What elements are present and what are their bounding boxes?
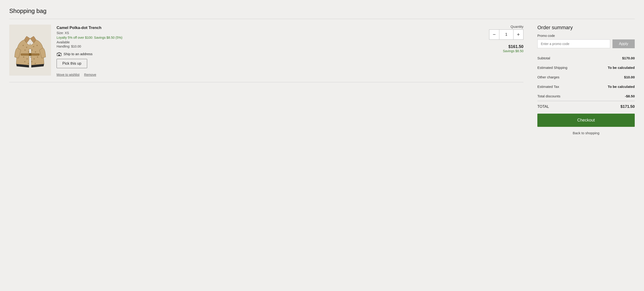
total-row: TOTAL $171.50 [537,101,635,114]
order-summary-title: Order summary [537,24,635,30]
discounts-row: Total discounts -$8.50 [537,91,635,101]
ship-icon [56,52,62,56]
shipping-label: Estimated Shipping [537,66,567,70]
subtotal-value: $170.00 [622,56,635,60]
other-charges-row: Other charges $10.00 [537,72,635,82]
header-divider [9,19,635,19]
price-block: $161.50 Savings $8.50 [503,42,524,53]
svg-point-11 [23,56,24,58]
subtotal-label: Subtotal [537,56,550,60]
tax-label: Estimated Tax [537,85,559,88]
discounts-value: -$8.50 [625,94,635,98]
shipping-value: To be calculated [608,66,635,70]
shipping-row: Estimated Shipping To be calculated [537,63,635,72]
cart-item-inner: Camel Polka-dot Trench Size: XS Loyalty … [9,24,524,76]
tax-value: To be calculated [608,85,635,88]
discounts-label: Total discounts [537,94,560,98]
svg-point-9 [32,50,33,51]
availability-text: Available [56,40,476,44]
quantity-controls: − 1 + [489,30,524,40]
item-price: $161.50 [503,44,524,49]
svg-point-17 [28,63,29,64]
quantity-price-section: Quantity − 1 + $161.50 Savings $8.50 [482,24,524,76]
svg-point-2 [23,45,24,46]
product-image [9,24,51,76]
svg-point-5 [33,46,34,47]
svg-rect-21 [58,54,60,56]
loyalty-text: Loyalty 5% off over $100: Savings $8.50 … [56,36,476,40]
product-details: Camel Polka-dot Trench Size: XS Loyalty … [56,24,476,76]
cart-section: Camel Polka-dot Trench Size: XS Loyalty … [9,24,524,88]
svg-point-12 [27,58,28,60]
quantity-decrease-button[interactable]: − [489,30,499,40]
svg-point-4 [30,44,31,45]
checkout-button[interactable]: Checkout [537,114,635,127]
promo-row: Apply [537,40,635,48]
svg-point-16 [24,61,26,62]
promo-code-input[interactable] [537,40,610,48]
product-size: Size: XS [56,31,476,35]
item-savings: Savings $8.50 [503,49,524,53]
other-charges-label: Other charges [537,75,560,79]
svg-point-15 [37,56,38,58]
pick-up-button[interactable]: Pick this up [56,59,87,68]
svg-point-13 [30,56,31,58]
back-to-shopping-link[interactable]: Back to shopping [537,131,635,135]
other-charges-value: $10.00 [624,75,635,79]
svg-point-7 [24,50,26,51]
handling-text: Handling: $10.00 [56,44,476,48]
promo-label: Promo code [537,34,635,38]
svg-point-10 [35,52,36,53]
total-label: TOTAL [537,104,549,109]
remove-link[interactable]: Remove [84,73,96,76]
product-name: Camel Polka-dot Trench [56,26,476,30]
svg-point-8 [28,52,29,53]
apply-promo-button[interactable]: Apply [612,40,635,48]
ship-to-address: Ship to an address [56,52,476,56]
svg-point-18 [31,61,32,62]
cart-item: Camel Polka-dot Trench Size: XS Loyalty … [9,24,524,82]
svg-point-14 [34,58,35,60]
svg-point-19 [35,63,36,64]
quantity-increase-button[interactable]: + [513,30,524,40]
svg-point-6 [37,45,38,46]
cart-bottom-divider [9,82,524,82]
ship-label: Ship to an address [64,52,92,56]
coat-svg [14,27,46,73]
tax-row: Estimated Tax To be calculated [537,82,635,91]
main-layout: Camel Polka-dot Trench Size: XS Loyalty … [9,24,635,135]
svg-point-3 [26,47,27,48]
page-title: Shopping bag [9,8,635,14]
subtotal-row: Subtotal $170.00 [537,53,635,63]
quantity-value: 1 [499,30,513,40]
quantity-label: Quantity [510,24,524,28]
svg-rect-1 [29,53,31,56]
wishlist-remove-row: Move to wishlist Remove [56,73,476,76]
total-value: $171.50 [620,104,635,109]
move-to-wishlist-link[interactable]: Move to wishlist [56,73,80,76]
order-summary: Order summary Promo code Apply Subtotal … [537,24,635,135]
